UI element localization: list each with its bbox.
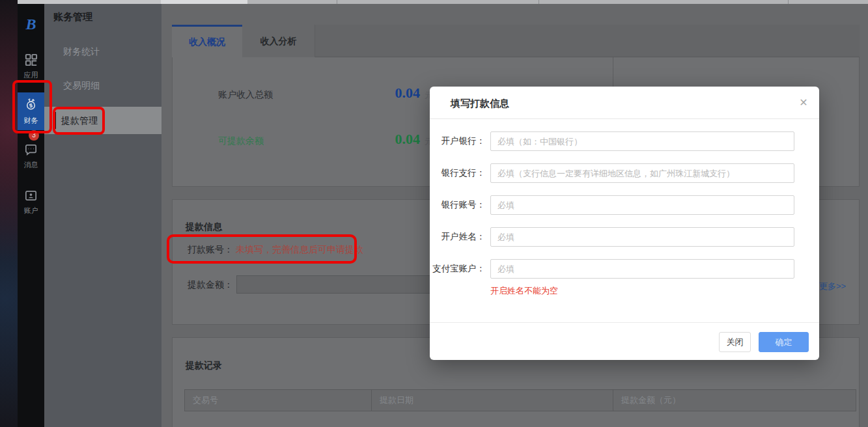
- app-logo[interactable]: B: [18, 16, 44, 33]
- annotation-box-payment-account: [167, 234, 357, 264]
- confirm-button[interactable]: 确定: [759, 332, 809, 352]
- withdraw-amount-label: 提款金额：: [188, 279, 233, 291]
- close-icon[interactable]: ✕: [797, 96, 810, 109]
- strip-divider: [337, 0, 337, 4]
- bank-name-input[interactable]: [490, 131, 794, 151]
- section-title: 账务管理: [53, 11, 92, 23]
- tab-income-overview[interactable]: 收入概况: [172, 25, 242, 57]
- column-withdraw-date: 提款日期: [372, 390, 613, 411]
- validation-error-text: 开启姓名不能为空: [490, 285, 558, 297]
- strip-segment-active: [161, 0, 247, 4]
- bank-account-input[interactable]: [490, 195, 794, 215]
- withdraw-records-heading: 提款记录: [186, 360, 222, 372]
- column-withdraw-amount: 提款金额（元）: [613, 390, 856, 411]
- dialog-title: 填写打款信息: [451, 98, 509, 110]
- annotation-box-finance-nav: [12, 80, 52, 133]
- alipay-account-input[interactable]: [490, 259, 794, 279]
- close-button[interactable]: 关闭: [719, 332, 751, 352]
- subnav-item-transaction-details[interactable]: 交易明细: [63, 80, 100, 92]
- bank-branch-label: 银行支行：: [430, 163, 485, 183]
- withdrawable-balance-value: 0.04: [361, 131, 420, 148]
- total-income-label: 账户收入总额: [218, 89, 273, 101]
- account-holder-input[interactable]: [490, 227, 794, 247]
- sidebar-item-messages[interactable]: 消息: [18, 160, 44, 170]
- records-table-header: 交易号 提款日期 提款金额（元）: [184, 389, 856, 411]
- primary-sidebar: B 应用 财务: [18, 4, 44, 427]
- secondary-sidebar: [44, 4, 161, 427]
- sidebar-item-apps[interactable]: 应用: [18, 70, 44, 80]
- subnav-item-finance-stats[interactable]: 财务统计: [63, 46, 100, 58]
- tab-income-analysis[interactable]: 收入分析: [242, 25, 315, 57]
- app-window: B 应用 财务: [0, 0, 868, 427]
- strip-divider: [788, 0, 789, 4]
- total-income-value: 0.04: [361, 85, 420, 102]
- apps-icon[interactable]: [23, 52, 38, 67]
- account-icon[interactable]: [23, 188, 38, 203]
- payment-info-dialog: 填写打款信息 ✕ 开户银行： 银行支行： 银行账号： 开户姓名： 支付宝账户： …: [430, 87, 819, 360]
- message-icon[interactable]: [23, 142, 38, 157]
- withdraw-info-heading: 提款信息: [186, 221, 222, 233]
- annotation-box-withdrawal-menu: [53, 107, 105, 135]
- alipay-account-label: 支付宝账户：: [430, 259, 485, 279]
- desktop-wallpaper-strip: [0, 0, 18, 427]
- strip-divider: [539, 0, 539, 4]
- bank-name-label: 开户银行：: [430, 131, 485, 151]
- sidebar-item-account[interactable]: 账户: [18, 206, 44, 215]
- withdrawable-balance-label: 可提款余额: [218, 135, 264, 147]
- column-transaction-id: 交易号: [185, 390, 372, 411]
- bank-branch-input[interactable]: [490, 163, 794, 183]
- window-top-strip: [18, 0, 868, 4]
- strip-segment: [18, 0, 161, 4]
- bank-account-label: 银行账号：: [430, 195, 485, 215]
- account-holder-label: 开户姓名：: [430, 227, 485, 247]
